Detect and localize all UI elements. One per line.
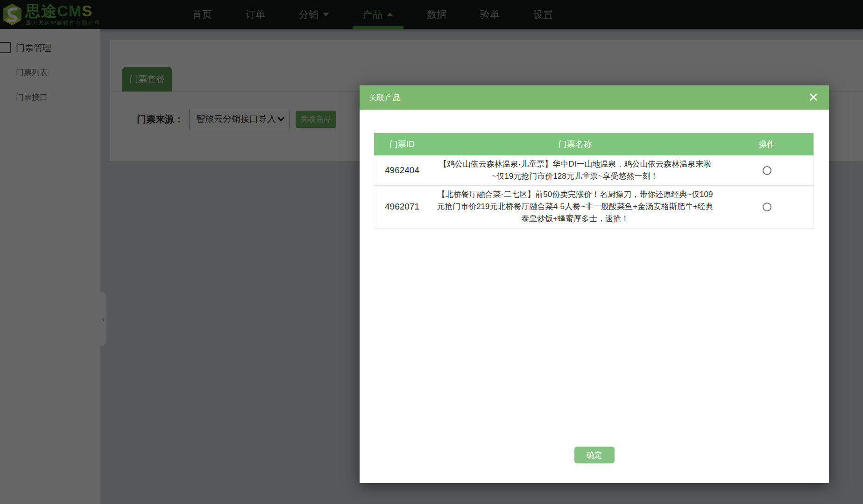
close-icon[interactable]: ✕ bbox=[808, 91, 819, 104]
table-row: 4962071 【北桥餐厅融合菜·二七区】前50份卖完涨价！名厨操刀，带你还原经… bbox=[374, 186, 813, 228]
column-header-ticket-id: 门票ID bbox=[374, 139, 430, 150]
ticket-name: 【鸡公山依云森林温泉·儿童票】华中DI一山地温泉，鸡公山依云森林温泉来啦~仅19… bbox=[430, 155, 720, 185]
modal-header: 关联产品 ✕ bbox=[360, 85, 829, 110]
confirm-button[interactable]: 确定 bbox=[574, 447, 615, 463]
modal-title: 关联产品 bbox=[369, 92, 401, 103]
products-table: 门票ID 门票名称 操作 4962404 【鸡公山依云森林温泉·儿童票】华中DI… bbox=[374, 133, 814, 229]
table-row: 4962404 【鸡公山依云森林温泉·儿童票】华中DI一山地温泉，鸡公山依云森林… bbox=[374, 155, 813, 186]
table-header-row: 门票ID 门票名称 操作 bbox=[374, 133, 813, 155]
ticket-id: 4962404 bbox=[374, 165, 430, 175]
select-product-radio[interactable] bbox=[763, 203, 771, 211]
related-products-modal: 关联产品 ✕ 门票ID 门票名称 操作 4962404 【鸡公山依云森林温泉·儿… bbox=[360, 85, 829, 483]
column-header-action: 操作 bbox=[720, 139, 813, 150]
column-header-ticket-name: 门票名称 bbox=[430, 135, 720, 153]
ticket-id: 4962071 bbox=[374, 202, 430, 212]
ticket-name: 【北桥餐厅融合菜·二七区】前50份卖完涨价！名厨操刀，带你还原经典~仅109元抢… bbox=[430, 186, 720, 228]
select-product-radio[interactable] bbox=[763, 166, 771, 175]
